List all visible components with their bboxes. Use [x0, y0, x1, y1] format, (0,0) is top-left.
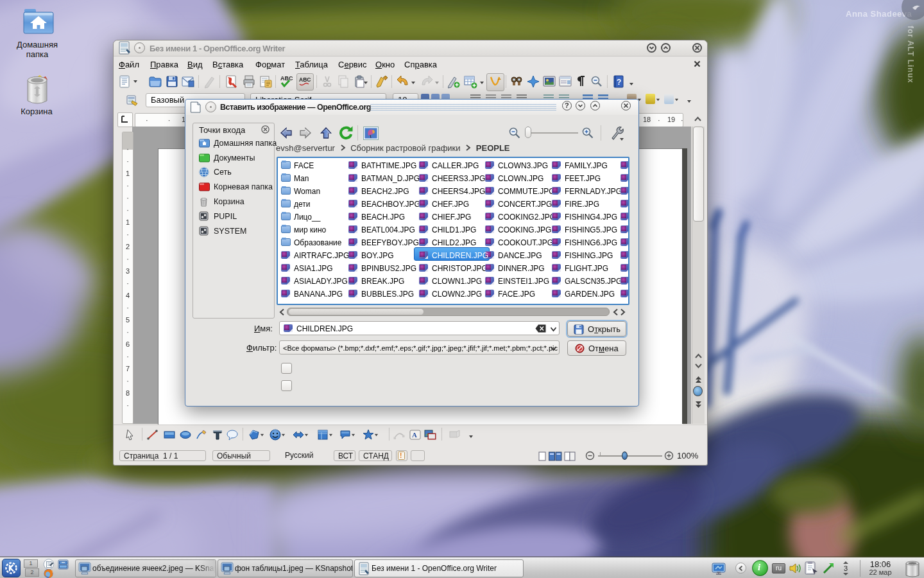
svg-text:ABC: ABC [299, 76, 311, 83]
svg-text:ABC: ABC [280, 75, 293, 82]
svg-text:A: A [412, 431, 417, 439]
svg-text:3: 3 [844, 565, 848, 572]
svg-text:?: ? [617, 78, 621, 87]
svg-text:!: ! [400, 452, 402, 459]
